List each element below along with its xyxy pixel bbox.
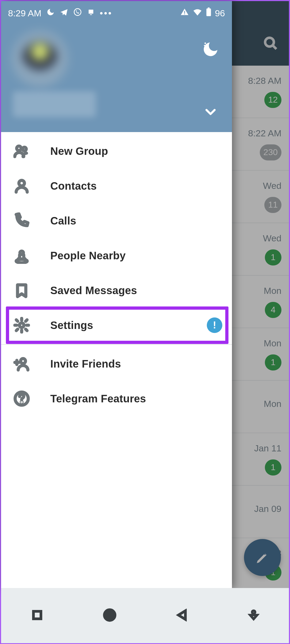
- menu-settings[interactable]: Settings !: [1, 308, 232, 343]
- menu-divider: [1, 344, 232, 345]
- ime-switch-button[interactable]: [248, 609, 260, 622]
- svg-rect-19: [33, 611, 41, 619]
- back-button[interactable]: [176, 609, 189, 623]
- profile-avatar[interactable]: [12, 31, 68, 87]
- svg-point-11: [23, 147, 26, 151]
- menu-label: Telegram Features: [50, 393, 146, 405]
- night-mode-icon[interactable]: [201, 40, 220, 59]
- svg-point-16: [21, 359, 25, 364]
- svg-point-15: [20, 323, 24, 328]
- navigation-drawer: 8:29 AM ••• 96: [1, 1, 232, 589]
- svg-rect-3: [89, 10, 93, 14]
- phone-icon: [13, 212, 30, 229]
- battery-icon: [206, 8, 212, 19]
- menu-new-group[interactable]: New Group: [1, 134, 232, 169]
- svg-rect-8: [208, 8, 210, 8]
- menu-label: Calls: [50, 215, 76, 227]
- wifi-icon: [192, 8, 203, 18]
- system-nav-bar: [1, 588, 289, 643]
- menu-label: Contacts: [50, 180, 97, 192]
- telegram-icon: [60, 8, 68, 18]
- svg-point-12: [19, 180, 25, 186]
- svg-point-9: [204, 43, 206, 44]
- menu-saved-messages[interactable]: Saved Messages: [1, 273, 232, 308]
- svg-rect-5: [184, 11, 185, 13]
- more-icon: •••: [100, 8, 113, 18]
- settings-alert-badge: !: [207, 317, 222, 333]
- bookmark-icon: [13, 282, 30, 299]
- help-icon: [13, 390, 30, 407]
- svg-point-2: [74, 9, 81, 16]
- menu-label: Saved Messages: [50, 284, 137, 297]
- menu-calls[interactable]: Calls: [1, 203, 232, 238]
- status-time: 8:29 AM: [8, 8, 41, 18]
- gear-icon: [13, 317, 30, 334]
- dnd-icon: [46, 8, 55, 18]
- warning-icon: [180, 8, 189, 19]
- whatsapp-icon: [73, 8, 82, 19]
- menu-invite-friends[interactable]: Invite Friends: [1, 346, 232, 381]
- menu-label: People Nearby: [50, 250, 126, 262]
- drawer-header: 8:29 AM ••• 96: [1, 1, 232, 132]
- svg-rect-6: [184, 14, 185, 14]
- account-chevron-icon[interactable]: [204, 105, 218, 120]
- menu-label: New Group: [50, 145, 108, 157]
- battery-level: 96: [215, 8, 225, 18]
- svg-rect-4: [90, 14, 92, 15]
- drawer-menu: New Group Contacts Calls People Nearby S…: [1, 132, 232, 416]
- recents-button[interactable]: [31, 609, 44, 623]
- nearby-icon: [13, 247, 30, 264]
- menu-label: Settings: [50, 319, 93, 331]
- invite-icon: [13, 355, 30, 372]
- svg-point-21: [105, 611, 113, 619]
- profile-name[interactable]: [13, 91, 96, 117]
- menu-telegram-features[interactable]: Telegram Features: [1, 381, 232, 416]
- screen-frame: 8:28 AMis…128:22 AM..230WedC…11Wed1Mon4M…: [0, 0, 290, 644]
- person-icon: [13, 178, 30, 194]
- status-bar: 8:29 AM ••• 96: [1, 1, 232, 25]
- svg-point-22: [252, 611, 255, 613]
- menu-contacts[interactable]: Contacts: [1, 169, 232, 203]
- svg-point-14: [16, 259, 27, 263]
- home-button[interactable]: [103, 608, 117, 623]
- notification-icon: [87, 8, 95, 18]
- menu-label: Invite Friends: [50, 358, 121, 370]
- svg-rect-7: [207, 8, 211, 16]
- group-icon: [13, 143, 30, 159]
- svg-point-18: [21, 402, 22, 402]
- menu-people-nearby[interactable]: People Nearby: [1, 238, 232, 273]
- svg-point-10: [17, 146, 21, 151]
